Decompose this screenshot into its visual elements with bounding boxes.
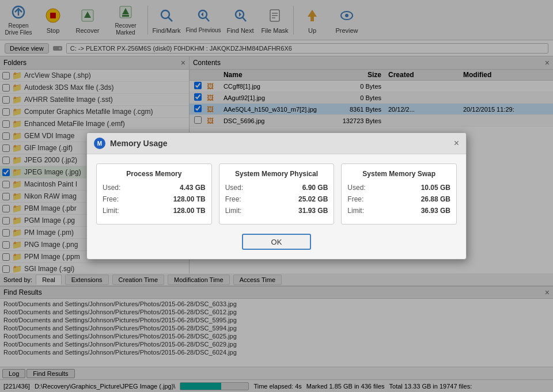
modal-title: Memory Usage (110, 139, 449, 148)
memory-value: 6.90 GB (302, 184, 328, 192)
memory-label: Used: (103, 184, 120, 192)
memory-row: Limit: 31.93 GB (225, 207, 328, 215)
memory-row: Limit: 36.93 GB (347, 207, 450, 215)
memory-section: Process Memory Used: 4.43 GB Free: 128.0… (96, 163, 212, 224)
memory-label: Limit: (103, 207, 119, 215)
memory-label: Limit: (225, 207, 242, 215)
memory-row: Free: 128.00 TB (103, 195, 206, 203)
memory-row: Used: 6.90 GB (225, 184, 328, 192)
memory-value: 128.00 TB (173, 207, 206, 215)
modal-ok-row: OK (96, 234, 457, 250)
memory-row: Free: 26.88 GB (347, 195, 450, 203)
ok-button[interactable]: OK (242, 234, 311, 250)
memory-value: 4.43 GB (180, 184, 206, 192)
memory-value: 36.93 GB (421, 207, 450, 215)
memory-label: Used: (225, 184, 243, 192)
modal-close-button[interactable]: × (454, 138, 459, 149)
memory-row: Used: 10.05 GB (347, 184, 450, 192)
memory-label: Limit: (347, 207, 364, 215)
memory-usage-dialog: M Memory Usage × Process Memory Used: 4.… (86, 132, 467, 260)
memory-value: 31.93 GB (298, 207, 328, 215)
modal-icon: M (94, 138, 105, 149)
memory-value: 25.02 GB (298, 195, 328, 203)
memory-value: 10.05 GB (421, 184, 450, 192)
memory-row: Used: 4.43 GB (103, 184, 206, 192)
memory-section-title: System Memory Physical (225, 170, 328, 178)
memory-label: Free: (103, 195, 119, 203)
memory-label: Used: (347, 184, 365, 192)
memory-section-title: Process Memory (103, 170, 206, 178)
memory-label: Free: (225, 195, 241, 203)
memory-label: Free: (347, 195, 363, 203)
memory-value: 128.00 TB (173, 195, 206, 203)
modal-sections: Process Memory Used: 4.43 GB Free: 128.0… (96, 163, 457, 224)
modal-body: Process Memory Used: 4.43 GB Free: 128.0… (87, 154, 466, 259)
modal-overlay: M Memory Usage × Process Memory Used: 4.… (0, 0, 553, 392)
memory-row: Free: 25.02 GB (225, 195, 328, 203)
svg-text:M: M (97, 140, 102, 147)
memory-row: Limit: 128.00 TB (103, 207, 206, 215)
modal-title-bar: M Memory Usage × (87, 133, 466, 154)
memory-value: 26.88 GB (421, 195, 450, 203)
memory-section: System Memory Physical Used: 6.90 GB Fre… (219, 163, 335, 224)
memory-section: System Memory Swap Used: 10.05 GB Free: … (341, 163, 457, 224)
memory-section-title: System Memory Swap (347, 170, 450, 178)
